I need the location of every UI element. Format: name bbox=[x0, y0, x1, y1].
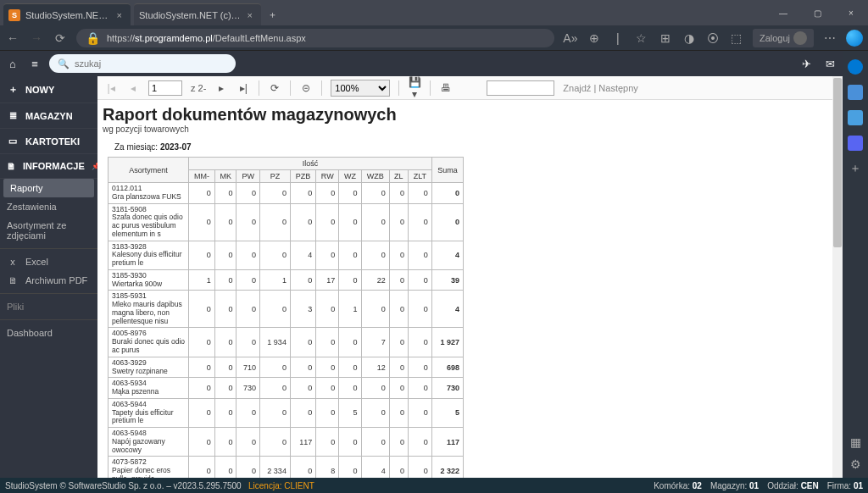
back-icon[interactable]: ⊝ bbox=[299, 82, 313, 94]
cell-asortyment: 3185-3930Wiertarka 900w bbox=[108, 269, 189, 291]
menu-toggle-icon[interactable]: ≡ bbox=[27, 58, 42, 70]
window-minimize[interactable]: — bbox=[766, 0, 800, 25]
window-maximize[interactable]: ▢ bbox=[800, 0, 834, 25]
browser-tab-2[interactable]: StudioSystem.NET (c) SoftwareS... × bbox=[134, 3, 261, 25]
favorites-icon[interactable]: ☆ bbox=[634, 31, 649, 45]
close-icon[interactable]: × bbox=[117, 10, 122, 20]
sidebar-item-raporty[interactable]: Raporty bbox=[3, 179, 94, 197]
browser-back-icon[interactable]: ← bbox=[5, 31, 20, 45]
cell-value: 0 bbox=[236, 241, 259, 269]
menu-magazyn[interactable]: ≣MAGAZYN bbox=[0, 103, 97, 129]
send-icon[interactable]: ✈ bbox=[798, 58, 814, 70]
menu-nowy[interactable]: ＋NOWY bbox=[0, 76, 97, 103]
ext2-icon[interactable]: ◑ bbox=[682, 31, 697, 45]
edge-tool-icon-1[interactable] bbox=[848, 85, 863, 100]
status-license[interactable]: Licencja: CLIENT bbox=[248, 481, 314, 490]
cell-value: 0 bbox=[408, 183, 431, 204]
cell-value: 0 bbox=[236, 203, 259, 241]
window-close[interactable]: × bbox=[834, 0, 868, 25]
vertical-scrollbar[interactable] bbox=[832, 76, 843, 478]
edge-search-icon[interactable] bbox=[848, 59, 863, 75]
browser-tab-1[interactable]: S StudioSystem.NET (c) SoftwareS... × bbox=[3, 3, 131, 25]
translate-icon[interactable]: ⊕ bbox=[587, 31, 602, 45]
tab-label: StudioSystem.NET (c) SoftwareS... bbox=[139, 10, 242, 20]
browser-forward-icon: → bbox=[29, 31, 44, 45]
cell-value: 0 bbox=[259, 428, 290, 457]
col-MM-: MM- bbox=[189, 170, 215, 183]
edge-add-icon[interactable]: ＋ bbox=[849, 161, 861, 176]
sidebar-item-pdf[interactable]: 🗎Archiwum PDF bbox=[0, 271, 97, 290]
new-tab-button[interactable]: ＋ bbox=[261, 3, 283, 25]
close-icon[interactable]: × bbox=[248, 10, 253, 20]
find-input[interactable] bbox=[487, 80, 554, 96]
first-page-icon[interactable]: |◂ bbox=[104, 82, 118, 94]
edge-settings-icon[interactable]: ⚙ bbox=[850, 457, 861, 471]
table-row: 3183-3928Kalesony duis efficitur pretium… bbox=[108, 241, 464, 269]
cell-value: 0 bbox=[361, 203, 389, 241]
cell-value: 0 bbox=[316, 291, 339, 328]
ext3-icon[interactable]: ⦿ bbox=[705, 31, 721, 45]
cell-value: 3 bbox=[290, 291, 315, 328]
cell-value: 0 bbox=[316, 241, 339, 269]
refresh-icon[interactable]: ⟳ bbox=[268, 82, 281, 94]
table-row: 4063-5948Napój gazowany owocowy000011700… bbox=[108, 428, 464, 457]
mail-icon[interactable]: ✉ bbox=[822, 58, 837, 70]
cell-value: 0 bbox=[189, 183, 215, 204]
status-bar: StudioSystem © SoftwareStudio Sp. z o.o.… bbox=[0, 478, 868, 493]
cell-value: 0 bbox=[290, 398, 315, 427]
cell-value: 0 bbox=[339, 269, 361, 291]
extensions-icon[interactable]: | bbox=[610, 31, 626, 45]
menu-icon[interactable]: ⋯ bbox=[822, 31, 837, 45]
page-total: z 2- bbox=[191, 83, 206, 93]
cell-value: 0 bbox=[214, 378, 236, 399]
cell-value: 0 bbox=[189, 428, 215, 457]
edge-tool-icon-3[interactable] bbox=[848, 136, 863, 151]
cell-value: 0 bbox=[408, 428, 431, 457]
app-search[interactable]: 🔍 bbox=[49, 54, 236, 73]
address-bar[interactable]: 🔒 https://st.programdemo.pl/DefaultLeftM… bbox=[76, 29, 554, 47]
cell-value: 0 bbox=[389, 269, 408, 291]
cell-value: 0 bbox=[259, 291, 290, 328]
cell-value: 0 bbox=[189, 398, 215, 427]
collections-icon[interactable]: ⊞ bbox=[658, 31, 673, 45]
plus-icon: ＋ bbox=[7, 83, 19, 96]
menu-informacje[interactable]: 🗎INFORMACJE📌 bbox=[0, 154, 97, 179]
sidebar-item-excel[interactable]: xExcel bbox=[0, 252, 97, 271]
page-input[interactable] bbox=[148, 80, 182, 96]
edge-tool-icon-2[interactable] bbox=[848, 110, 863, 125]
cell-value: 0 bbox=[339, 203, 361, 241]
cell-value: 0 bbox=[259, 183, 290, 204]
cell-value: 0 bbox=[408, 291, 431, 328]
print-icon[interactable]: 🖶 bbox=[439, 82, 453, 94]
cell-value: 1 bbox=[259, 269, 290, 291]
home-icon[interactable]: ⌂ bbox=[5, 58, 20, 70]
cell-value: 0 bbox=[389, 328, 408, 357]
status-item: Firma: 01 bbox=[827, 481, 863, 490]
browser-refresh-icon[interactable]: ⟳ bbox=[53, 31, 68, 45]
sidebar-item-dashboard[interactable]: Dashboard bbox=[0, 324, 97, 342]
table-row: 4073-5872Papier donec eros nulla, gravid… bbox=[108, 457, 464, 478]
cell-value: 0 bbox=[189, 203, 215, 241]
cell-sum: 117 bbox=[431, 428, 463, 457]
zoom-select[interactable]: 100% bbox=[331, 80, 390, 97]
prev-page-icon[interactable]: ◂ bbox=[126, 82, 140, 94]
browser-login-button[interactable]: Zaloguj bbox=[753, 29, 814, 47]
sidebar-item-zestawienia[interactable]: Zestawienia bbox=[0, 197, 97, 216]
search-input[interactable] bbox=[75, 58, 227, 69]
menu-kartoteki[interactable]: ▭KARTOTEKI bbox=[0, 129, 97, 154]
cell-value: 0 bbox=[389, 378, 408, 399]
read-aloud-icon[interactable]: A» bbox=[563, 31, 578, 45]
last-page-icon[interactable]: ▸| bbox=[236, 82, 250, 94]
sidebar-item-asortyment[interactable]: Asortyment ze zdjęciami bbox=[0, 216, 97, 245]
find-label[interactable]: Znajdź | Następny bbox=[563, 83, 637, 93]
cell-value: 0 bbox=[339, 428, 361, 457]
ext4-icon[interactable]: ⬚ bbox=[729, 31, 744, 45]
table-row: 4063-3929Swetry rozpinane007100000120069… bbox=[108, 357, 464, 378]
edge-tools-icon[interactable]: ▦ bbox=[850, 435, 861, 449]
report-toolbar: |◂ ◂ z 2- ▸ ▸| ⟳ ⊝ 100% 💾▾ 🖶 Znajdź | Na… bbox=[97, 76, 868, 100]
export-icon[interactable]: 💾▾ bbox=[408, 76, 421, 100]
bing-icon[interactable] bbox=[846, 30, 863, 47]
cell-asortyment: 4063-5934Mąka pszenna bbox=[108, 378, 189, 399]
next-page-icon[interactable]: ▸ bbox=[214, 82, 228, 94]
cell-value: 0 bbox=[214, 203, 236, 241]
